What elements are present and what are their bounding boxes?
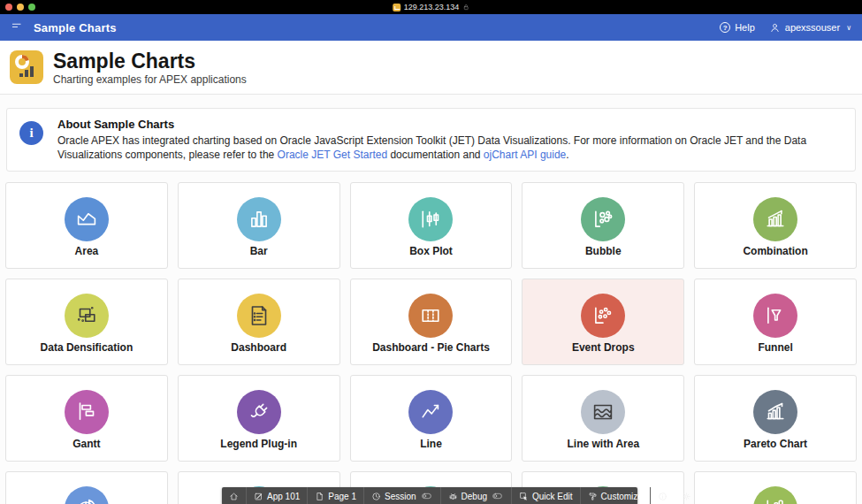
- debug-icon: [448, 492, 458, 501]
- chart-card-label: Gantt: [6, 438, 167, 450]
- pareto-chart-icon: [753, 390, 797, 434]
- address-bar[interactable]: 129.213.23.134: [393, 3, 470, 11]
- chart-card-bubble[interactable]: Bubble: [522, 182, 684, 269]
- gantt-chart-icon: [65, 390, 109, 434]
- toolbar-label: Page 1: [328, 492, 356, 501]
- info-icon: [658, 492, 667, 501]
- data-densification-icon: [65, 294, 109, 338]
- user-name: apexssouser: [785, 22, 840, 33]
- area-chart-icon: [65, 197, 109, 241]
- chart-card-funnel[interactable]: Funnel: [694, 279, 857, 365]
- minimize-window-button[interactable]: [17, 4, 24, 11]
- chart-card-label: Dashboard - Pie Charts: [351, 341, 512, 354]
- chart-card-label: Area: [6, 245, 167, 257]
- chart-card-area[interactable]: Area: [5, 182, 168, 269]
- chart-card-line[interactable]: Line: [350, 375, 513, 462]
- app-logo-icon: [10, 50, 43, 84]
- chart-card-bar[interactable]: Bar: [178, 182, 340, 269]
- chart-card-dashboard-pie-charts[interactable]: Dashboard - Pie Charts: [350, 279, 513, 365]
- chart-card-label: Bubble: [523, 245, 683, 257]
- toolbar-customize-button[interactable]: Customize: [581, 487, 650, 504]
- toolbar-page-1-button[interactable]: Page 1: [308, 487, 363, 504]
- pie-chart-icon: [65, 486, 109, 504]
- plug-icon: [237, 390, 281, 434]
- chart-card-data-densification[interactable]: Data Densification: [5, 279, 168, 365]
- url-text: 129.213.23.134: [404, 3, 460, 11]
- user-icon: [769, 22, 781, 34]
- ojchart-api-link[interactable]: ojChart API guide: [484, 149, 566, 161]
- chevron-down-icon: ∨: [846, 24, 851, 32]
- funnel-chart-icon: [753, 294, 797, 338]
- chart-card-label: Funnel: [695, 341, 856, 354]
- toolbar-quick-edit-button[interactable]: Quick Edit: [512, 487, 580, 504]
- chart-card-combination[interactable]: Combination: [694, 182, 857, 269]
- gear-icon: [682, 492, 691, 501]
- lock-icon: [462, 3, 469, 11]
- chart-card[interactable]: [694, 471, 857, 504]
- app-navbar: Sample Charts ? Help apexssouser ∨: [0, 14, 862, 41]
- info-icon: i: [19, 121, 43, 145]
- chart-card-gantt[interactable]: Gantt: [5, 375, 168, 462]
- bar-chart-icon: [237, 197, 281, 241]
- oracle-jet-link[interactable]: Oracle JET Get Started: [278, 149, 388, 161]
- toolbar-label: App 101: [267, 492, 300, 501]
- developer-toolbar: App 101Page 1SessionDebugQuick EditCusto…: [222, 487, 637, 504]
- chart-card-line-with-area[interactable]: Line with Area: [522, 375, 684, 462]
- chart-card-label: Line with Area: [523, 438, 683, 450]
- toolbar-info-button[interactable]: [651, 487, 675, 504]
- window-controls[interactable]: [5, 4, 35, 11]
- about-title: About Sample Charts: [57, 118, 843, 131]
- chart-card-label: Data Densification: [6, 341, 167, 354]
- toolbar-home-button[interactable]: [222, 487, 246, 504]
- chart-card-label: Legend Plug-in: [179, 438, 339, 450]
- edit-icon: [254, 492, 263, 501]
- box-plot-icon: [408, 197, 453, 241]
- toolbar-app-101-button[interactable]: App 101: [247, 487, 307, 504]
- clock-icon: [371, 492, 381, 501]
- chart-card[interactable]: [5, 471, 168, 504]
- nav-menu-icon[interactable]: [11, 19, 23, 35]
- zoom-window-button[interactable]: [28, 4, 35, 11]
- bubble-chart-icon: [581, 197, 625, 241]
- page-header: Sample Charts Charting examples for APEX…: [0, 41, 862, 95]
- user-menu-button[interactable]: apexssouser ∨: [769, 22, 851, 34]
- chart-card-pareto-chart[interactable]: Pareto Chart: [694, 375, 857, 462]
- about-text-2: documentation and: [387, 149, 484, 161]
- line-with-area-icon: [581, 390, 625, 434]
- chart-card-event-drops[interactable]: Event Drops: [522, 279, 684, 365]
- chart-card-dashboard[interactable]: Dashboard: [178, 279, 340, 365]
- screen: 129.213.23.134 Sample Charts ? Help: [0, 0, 862, 504]
- toolbar-session-button[interactable]: Session: [364, 487, 440, 504]
- toolbar-label: Customize: [601, 492, 643, 501]
- toolbar-gear-button[interactable]: [675, 487, 698, 504]
- toggle-icon[interactable]: [420, 493, 433, 500]
- toolbar-label: Quick Edit: [532, 492, 573, 501]
- page-subtitle: Charting examples for APEX applications: [53, 73, 247, 86]
- toolbar-debug-button[interactable]: Debug: [441, 487, 511, 504]
- event-drops-icon: [581, 294, 625, 338]
- chart-card-label: Dashboard: [179, 341, 339, 354]
- help-button[interactable]: ? Help: [720, 22, 755, 33]
- toolbar-label: Session: [385, 492, 416, 501]
- site-favicon-icon: [393, 4, 400, 11]
- chart-card-label: Bar: [179, 245, 339, 257]
- os-title-bar: 129.213.23.134: [0, 0, 862, 14]
- page-title: Sample Charts: [53, 50, 247, 73]
- home-icon: [229, 492, 239, 501]
- close-window-button[interactable]: [5, 4, 12, 11]
- about-region: i About Sample Charts Oracle APEX has in…: [6, 108, 856, 172]
- chart-cards-grid: Area Bar Box Plot Bubble Combination Dat…: [5, 182, 857, 504]
- range-bars-icon: [753, 486, 797, 504]
- page-body: i About Sample Charts Oracle APEX has in…: [0, 95, 862, 504]
- chart-card-box-plot[interactable]: Box Plot: [350, 182, 513, 269]
- cursor-icon: [519, 492, 529, 501]
- chart-card-label: Line: [351, 438, 512, 450]
- dashboard-columns-icon: [408, 294, 453, 338]
- chart-card-label: Pareto Chart: [695, 438, 856, 450]
- toggle-icon[interactable]: [491, 493, 504, 500]
- help-label: Help: [735, 22, 755, 33]
- chart-card-legend-plug-in[interactable]: Legend Plug-in: [178, 375, 340, 462]
- about-text: Oracle APEX has integrated charting base…: [57, 134, 843, 162]
- page-icon: [315, 492, 324, 501]
- navbar-title: Sample Charts: [34, 21, 117, 34]
